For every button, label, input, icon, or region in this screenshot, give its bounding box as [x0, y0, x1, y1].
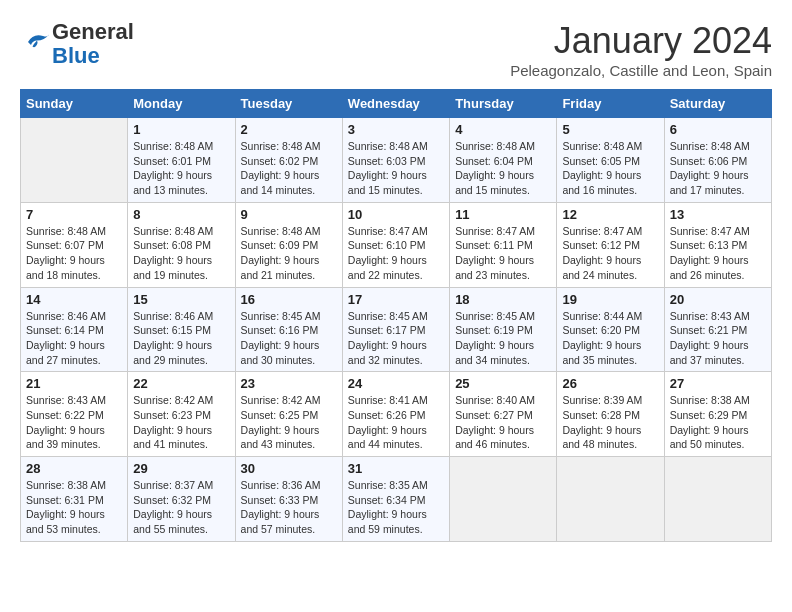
calendar-cell: 29Sunrise: 8:37 AM Sunset: 6:32 PM Dayli… — [128, 457, 235, 542]
day-info: Sunrise: 8:37 AM Sunset: 6:32 PM Dayligh… — [133, 478, 229, 537]
day-number: 29 — [133, 461, 229, 476]
weekday-header-saturday: Saturday — [664, 90, 771, 118]
weekday-header-tuesday: Tuesday — [235, 90, 342, 118]
logo-bird-icon — [22, 27, 52, 57]
day-number: 24 — [348, 376, 444, 391]
calendar-cell: 22Sunrise: 8:42 AM Sunset: 6:23 PM Dayli… — [128, 372, 235, 457]
calendar-cell: 9Sunrise: 8:48 AM Sunset: 6:09 PM Daylig… — [235, 202, 342, 287]
title-block: January 2024 Peleagonzalo, Castille and … — [510, 20, 772, 79]
day-number: 6 — [670, 122, 766, 137]
day-number: 7 — [26, 207, 122, 222]
location-subtitle: Peleagonzalo, Castille and Leon, Spain — [510, 62, 772, 79]
day-info: Sunrise: 8:48 AM Sunset: 6:01 PM Dayligh… — [133, 139, 229, 198]
calendar-cell — [557, 457, 664, 542]
calendar-cell: 25Sunrise: 8:40 AM Sunset: 6:27 PM Dayli… — [450, 372, 557, 457]
day-number: 3 — [348, 122, 444, 137]
day-info: Sunrise: 8:48 AM Sunset: 6:03 PM Dayligh… — [348, 139, 444, 198]
day-info: Sunrise: 8:43 AM Sunset: 6:22 PM Dayligh… — [26, 393, 122, 452]
day-info: Sunrise: 8:39 AM Sunset: 6:28 PM Dayligh… — [562, 393, 658, 452]
weekday-header-row: SundayMondayTuesdayWednesdayThursdayFrid… — [21, 90, 772, 118]
day-number: 23 — [241, 376, 337, 391]
day-number: 28 — [26, 461, 122, 476]
calendar-cell: 26Sunrise: 8:39 AM Sunset: 6:28 PM Dayli… — [557, 372, 664, 457]
day-number: 30 — [241, 461, 337, 476]
day-info: Sunrise: 8:48 AM Sunset: 6:09 PM Dayligh… — [241, 224, 337, 283]
logo-text: General Blue — [52, 20, 134, 68]
calendar-cell: 2Sunrise: 8:48 AM Sunset: 6:02 PM Daylig… — [235, 118, 342, 203]
day-info: Sunrise: 8:43 AM Sunset: 6:21 PM Dayligh… — [670, 309, 766, 368]
calendar-cell: 20Sunrise: 8:43 AM Sunset: 6:21 PM Dayli… — [664, 287, 771, 372]
day-info: Sunrise: 8:45 AM Sunset: 6:16 PM Dayligh… — [241, 309, 337, 368]
day-number: 2 — [241, 122, 337, 137]
calendar-cell — [21, 118, 128, 203]
calendar-week-row: 1Sunrise: 8:48 AM Sunset: 6:01 PM Daylig… — [21, 118, 772, 203]
day-info: Sunrise: 8:38 AM Sunset: 6:29 PM Dayligh… — [670, 393, 766, 452]
day-number: 9 — [241, 207, 337, 222]
calendar-cell: 13Sunrise: 8:47 AM Sunset: 6:13 PM Dayli… — [664, 202, 771, 287]
calendar-cell — [450, 457, 557, 542]
day-number: 27 — [670, 376, 766, 391]
calendar-cell: 31Sunrise: 8:35 AM Sunset: 6:34 PM Dayli… — [342, 457, 449, 542]
calendar-cell — [664, 457, 771, 542]
day-number: 10 — [348, 207, 444, 222]
day-number: 18 — [455, 292, 551, 307]
day-info: Sunrise: 8:45 AM Sunset: 6:19 PM Dayligh… — [455, 309, 551, 368]
day-number: 5 — [562, 122, 658, 137]
day-info: Sunrise: 8:48 AM Sunset: 6:05 PM Dayligh… — [562, 139, 658, 198]
day-info: Sunrise: 8:35 AM Sunset: 6:34 PM Dayligh… — [348, 478, 444, 537]
day-number: 13 — [670, 207, 766, 222]
day-number: 16 — [241, 292, 337, 307]
calendar-week-row: 28Sunrise: 8:38 AM Sunset: 6:31 PM Dayli… — [21, 457, 772, 542]
calendar-cell: 17Sunrise: 8:45 AM Sunset: 6:17 PM Dayli… — [342, 287, 449, 372]
calendar-cell: 16Sunrise: 8:45 AM Sunset: 6:16 PM Dayli… — [235, 287, 342, 372]
day-number: 31 — [348, 461, 444, 476]
calendar-cell: 5Sunrise: 8:48 AM Sunset: 6:05 PM Daylig… — [557, 118, 664, 203]
day-number: 21 — [26, 376, 122, 391]
day-info: Sunrise: 8:45 AM Sunset: 6:17 PM Dayligh… — [348, 309, 444, 368]
day-info: Sunrise: 8:36 AM Sunset: 6:33 PM Dayligh… — [241, 478, 337, 537]
day-info: Sunrise: 8:48 AM Sunset: 6:02 PM Dayligh… — [241, 139, 337, 198]
calendar-cell: 10Sunrise: 8:47 AM Sunset: 6:10 PM Dayli… — [342, 202, 449, 287]
day-info: Sunrise: 8:47 AM Sunset: 6:10 PM Dayligh… — [348, 224, 444, 283]
day-number: 8 — [133, 207, 229, 222]
calendar-cell: 3Sunrise: 8:48 AM Sunset: 6:03 PM Daylig… — [342, 118, 449, 203]
day-number: 15 — [133, 292, 229, 307]
weekday-header-wednesday: Wednesday — [342, 90, 449, 118]
day-info: Sunrise: 8:42 AM Sunset: 6:25 PM Dayligh… — [241, 393, 337, 452]
day-info: Sunrise: 8:40 AM Sunset: 6:27 PM Dayligh… — [455, 393, 551, 452]
day-info: Sunrise: 8:47 AM Sunset: 6:11 PM Dayligh… — [455, 224, 551, 283]
day-number: 12 — [562, 207, 658, 222]
page-header: General Blue January 2024 Peleagonzalo, … — [20, 20, 772, 79]
day-info: Sunrise: 8:42 AM Sunset: 6:23 PM Dayligh… — [133, 393, 229, 452]
day-info: Sunrise: 8:46 AM Sunset: 6:15 PM Dayligh… — [133, 309, 229, 368]
calendar-cell: 30Sunrise: 8:36 AM Sunset: 6:33 PM Dayli… — [235, 457, 342, 542]
day-number: 17 — [348, 292, 444, 307]
calendar-table: SundayMondayTuesdayWednesdayThursdayFrid… — [20, 89, 772, 542]
calendar-week-row: 7Sunrise: 8:48 AM Sunset: 6:07 PM Daylig… — [21, 202, 772, 287]
weekday-header-thursday: Thursday — [450, 90, 557, 118]
day-info: Sunrise: 8:48 AM Sunset: 6:06 PM Dayligh… — [670, 139, 766, 198]
calendar-cell: 15Sunrise: 8:46 AM Sunset: 6:15 PM Dayli… — [128, 287, 235, 372]
day-number: 1 — [133, 122, 229, 137]
day-number: 14 — [26, 292, 122, 307]
calendar-week-row: 14Sunrise: 8:46 AM Sunset: 6:14 PM Dayli… — [21, 287, 772, 372]
calendar-cell: 18Sunrise: 8:45 AM Sunset: 6:19 PM Dayli… — [450, 287, 557, 372]
calendar-cell: 14Sunrise: 8:46 AM Sunset: 6:14 PM Dayli… — [21, 287, 128, 372]
calendar-cell: 28Sunrise: 8:38 AM Sunset: 6:31 PM Dayli… — [21, 457, 128, 542]
day-number: 19 — [562, 292, 658, 307]
day-number: 25 — [455, 376, 551, 391]
day-info: Sunrise: 8:46 AM Sunset: 6:14 PM Dayligh… — [26, 309, 122, 368]
calendar-cell: 27Sunrise: 8:38 AM Sunset: 6:29 PM Dayli… — [664, 372, 771, 457]
weekday-header-monday: Monday — [128, 90, 235, 118]
day-info: Sunrise: 8:48 AM Sunset: 6:08 PM Dayligh… — [133, 224, 229, 283]
month-title: January 2024 — [510, 20, 772, 62]
calendar-cell: 23Sunrise: 8:42 AM Sunset: 6:25 PM Dayli… — [235, 372, 342, 457]
day-info: Sunrise: 8:48 AM Sunset: 6:07 PM Dayligh… — [26, 224, 122, 283]
weekday-header-friday: Friday — [557, 90, 664, 118]
calendar-cell: 21Sunrise: 8:43 AM Sunset: 6:22 PM Dayli… — [21, 372, 128, 457]
day-info: Sunrise: 8:41 AM Sunset: 6:26 PM Dayligh… — [348, 393, 444, 452]
day-number: 20 — [670, 292, 766, 307]
calendar-cell: 6Sunrise: 8:48 AM Sunset: 6:06 PM Daylig… — [664, 118, 771, 203]
day-number: 4 — [455, 122, 551, 137]
calendar-week-row: 21Sunrise: 8:43 AM Sunset: 6:22 PM Dayli… — [21, 372, 772, 457]
